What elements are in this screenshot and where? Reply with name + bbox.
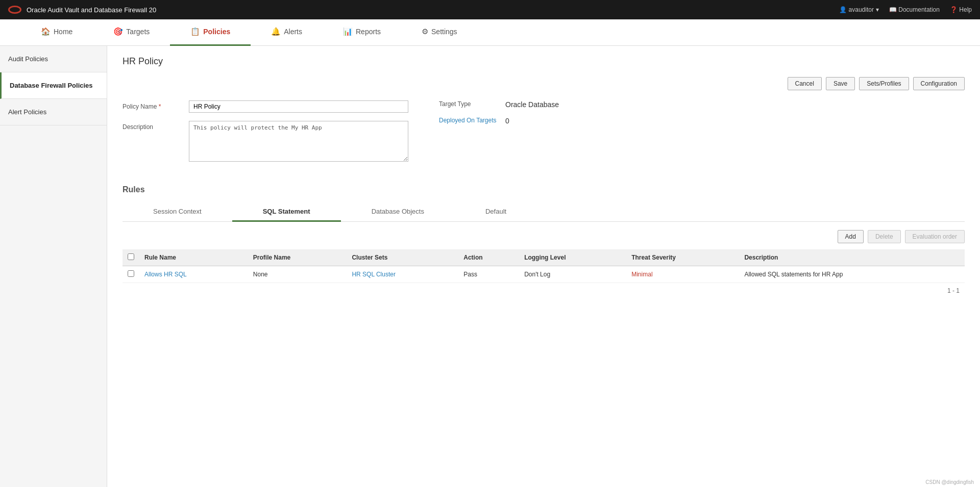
cell-profile-name: None [248, 266, 347, 283]
topbar: Oracle Audit Vault and Database Firewall… [0, 0, 980, 19]
oracle-logo-icon [8, 6, 21, 14]
topbar-left: Oracle Audit Vault and Database Firewall… [8, 6, 156, 14]
table-controls: Add Delete Evaluation order [122, 230, 965, 243]
nav-reports[interactable]: 📊 Reports [323, 19, 401, 46]
cell-description: Allowed SQL statements for HR App [739, 266, 965, 283]
description-input[interactable]: This policy will protect the My HR App [189, 121, 408, 162]
col-threat-severity: Threat Severity [626, 249, 739, 266]
description-row: Description This policy will protect the… [122, 121, 408, 162]
sidebar-item-database-firewall-policies[interactable]: Database Firewall Policies [0, 72, 107, 99]
row-checkbox[interactable] [128, 270, 134, 277]
help-icon: ❓ [950, 6, 958, 13]
evaluation-order-button[interactable]: Evaluation order [905, 230, 965, 243]
required-indicator: * [159, 103, 161, 110]
deployed-on-targets-label[interactable]: Deployed On Targets [439, 117, 500, 124]
page-title: HR Policy [122, 56, 965, 67]
nav-settings-label: Settings [431, 28, 457, 36]
nav-home-label: Home [54, 28, 72, 36]
help-link[interactable]: ❓ Help [950, 6, 972, 13]
policy-name-input[interactable] [189, 100, 408, 113]
nav-targets-label: Targets [126, 28, 150, 36]
tab-session-context[interactable]: Session Context [122, 202, 232, 222]
col-action: Action [458, 249, 519, 266]
nav-settings[interactable]: ⚙ Settings [401, 19, 478, 46]
form-section: Policy Name * Description This policy wi… [122, 100, 965, 170]
sidebar: Audit Policies Database Firewall Policie… [0, 46, 107, 487]
home-icon: 🏠 [41, 27, 51, 36]
col-checkbox [122, 249, 139, 266]
policy-name-row: Policy Name * [122, 100, 408, 113]
sets-profiles-button[interactable]: Sets/Profiles [859, 77, 909, 90]
configuration-button[interactable]: Configuration [913, 77, 965, 90]
row-checkbox-cell [122, 266, 139, 283]
col-description: Description [739, 249, 965, 266]
target-type-row: Target Type Oracle Database [439, 100, 694, 109]
pagination: 1 - 1 [122, 283, 965, 298]
select-all-checkbox[interactable] [128, 253, 134, 260]
description-label: Description [122, 121, 184, 131]
layout: Audit Policies Database Firewall Policie… [0, 46, 980, 487]
cancel-button[interactable]: Cancel [788, 77, 822, 90]
save-button[interactable]: Save [826, 77, 855, 90]
form-left: Policy Name * Description This policy wi… [122, 100, 408, 170]
reports-icon: 📊 [343, 27, 353, 36]
documentation-link[interactable]: 📖 Documentation [889, 6, 940, 13]
sidebar-item-alert-policies[interactable]: Alert Policies [0, 99, 107, 125]
pagination-text: 1 - 1 [947, 287, 960, 294]
col-profile-name: Profile Name [248, 249, 347, 266]
username: avauditor [849, 6, 874, 13]
alerts-icon: 🔔 [271, 27, 281, 36]
app-title: Oracle Audit Vault and Database Firewall… [27, 6, 156, 14]
nav-home[interactable]: 🏠 Home [20, 19, 93, 46]
main-navigation: 🏠 Home 🎯 Targets 📋 Policies 🔔 Alerts 📊 R… [0, 19, 980, 46]
user-dropdown-icon: ▾ [876, 6, 879, 13]
user-icon: 👤 [839, 6, 847, 13]
nav-policies[interactable]: 📋 Policies [170, 19, 251, 46]
table-header-row: Rule Name Profile Name Cluster Sets Acti… [122, 249, 965, 266]
rules-section: Rules Session Context SQL Statement Data… [122, 185, 965, 298]
cell-action: Pass [458, 266, 519, 283]
nav-policies-label: Policies [203, 28, 230, 36]
delete-button[interactable]: Delete [868, 230, 901, 243]
nav-reports-label: Reports [356, 28, 381, 36]
col-logging-level: Logging Level [519, 249, 626, 266]
topbar-right: 👤 avauditor ▾ 📖 Documentation ❓ Help [839, 6, 972, 13]
cell-rule-name: Allows HR SQL [139, 266, 248, 283]
form-right: Target Type Oracle Database Deployed On … [439, 100, 694, 170]
action-buttons: Cancel Save Sets/Profiles Configuration [122, 77, 965, 90]
cell-threat-severity: Minimal [626, 266, 739, 283]
rules-table: Rule Name Profile Name Cluster Sets Acti… [122, 249, 965, 283]
threat-severity-link[interactable]: Minimal [631, 271, 652, 278]
topbar-user[interactable]: 👤 avauditor ▾ [839, 6, 879, 13]
tab-sql-statement[interactable]: SQL Statement [232, 202, 341, 222]
sidebar-item-audit-policies[interactable]: Audit Policies [0, 46, 107, 72]
targets-icon: 🎯 [113, 27, 123, 36]
rules-tabs: Session Context SQL Statement Database O… [122, 202, 965, 222]
documentation-icon: 📖 [889, 6, 897, 13]
tab-database-objects[interactable]: Database Objects [341, 202, 455, 222]
deployed-on-targets-value: 0 [505, 117, 509, 125]
add-button[interactable]: Add [838, 230, 864, 243]
cluster-sets-link[interactable]: HR SQL Cluster [352, 271, 396, 278]
nav-alerts-label: Alerts [284, 28, 302, 36]
cell-logging-level: Don't Log [519, 266, 626, 283]
nav-targets[interactable]: 🎯 Targets [93, 19, 170, 46]
settings-icon: ⚙ [422, 27, 428, 36]
table-body: Allows HR SQL None HR SQL Cluster Pass D… [122, 266, 965, 283]
target-type-value: Oracle Database [505, 100, 559, 109]
footer: CSDN @dingdingfish [919, 477, 980, 487]
rule-name-link[interactable]: Allows HR SQL [144, 271, 187, 278]
footer-text: CSDN @dingdingfish [925, 479, 974, 485]
tab-default[interactable]: Default [455, 202, 537, 222]
col-cluster-sets: Cluster Sets [347, 249, 458, 266]
main-content: HR Policy Cancel Save Sets/Profiles Conf… [107, 46, 980, 487]
target-type-label: Target Type [439, 100, 500, 108]
policy-name-label: Policy Name * [122, 100, 184, 110]
cell-cluster-sets: HR SQL Cluster [347, 266, 458, 283]
col-rule-name: Rule Name [139, 249, 248, 266]
nav-alerts[interactable]: 🔔 Alerts [251, 19, 323, 46]
policies-icon: 📋 [190, 27, 200, 36]
deployed-on-targets-row: Deployed On Targets 0 [439, 117, 694, 125]
table-row: Allows HR SQL None HR SQL Cluster Pass D… [122, 266, 965, 283]
rules-title: Rules [122, 185, 965, 194]
